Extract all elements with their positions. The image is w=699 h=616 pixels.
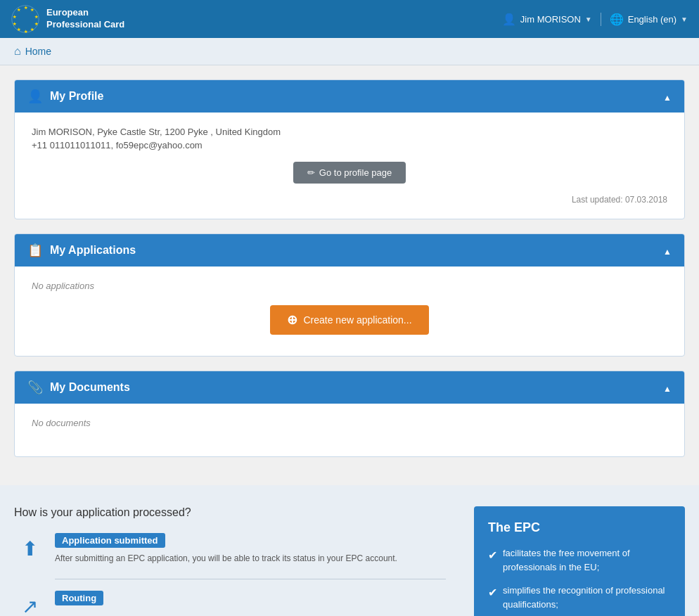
svg-text:★: ★	[24, 6, 28, 10]
process-title: How is your application processed?	[14, 506, 446, 519]
epc-title: The EPC	[488, 520, 671, 535]
eu-stars-icon: ★ ★ ★ ★ ★ ★ ★ ★ ★ ★	[11, 5, 39, 33]
routing-icon: ↗	[14, 591, 45, 616]
documents-card: My Documents No documents	[14, 371, 685, 457]
svg-text:★: ★	[17, 27, 21, 32]
profile-card-title-group: My Profile	[27, 89, 103, 104]
applications-icon	[27, 243, 43, 258]
documents-collapse-button[interactable]	[663, 380, 672, 395]
documents-card-header: My Documents	[15, 371, 684, 404]
plus-icon: ⊕	[287, 312, 297, 328]
epc-list-item: ✔ simplifies the recognition of professi…	[488, 584, 671, 611]
breadcrumb: ⌂ Home	[0, 38, 699, 65]
logo-text: European Professional Card	[46, 7, 124, 31]
step1-label: Application submitted	[55, 533, 165, 548]
footer-process: How is your application processed? ⬆ App…	[14, 506, 460, 616]
step-submitted-content: Application submitted After submitting a…	[55, 533, 397, 565]
create-application-button[interactable]: ⊕ Create new application...	[270, 305, 428, 335]
step-submitted: ⬆ Application submitted After submitting…	[14, 533, 446, 565]
epc-point-1: facilitates the free movement of profess…	[503, 546, 671, 574]
chevron-up-icon	[663, 243, 672, 257]
profile-card-body: Jim MORISON, Pyke Castle Str, 1200 Pyke …	[15, 113, 684, 219]
documents-card-title-group: My Documents	[27, 380, 130, 395]
profile-card: My Profile Jim MORISON, Pyke Castle Str,…	[14, 79, 685, 219]
last-updated: Last updated: 07.03.2018	[32, 195, 667, 205]
svg-text:★: ★	[13, 15, 17, 19]
user-menu[interactable]: Jim MORISON ▼	[502, 13, 601, 26]
profile-address: Jim MORISON, Pyke Castle Str, 1200 Pyke …	[32, 127, 667, 137]
profile-card-title: My Profile	[50, 90, 103, 103]
edit-icon	[307, 167, 315, 178]
epc-point-2: simplifies the recognition of profession…	[503, 584, 671, 611]
last-updated-text: Last updated: 07.03.2018	[572, 195, 667, 205]
footer-section: How is your application processed? ⬆ App…	[0, 485, 699, 616]
check-icon-1: ✔	[488, 547, 497, 574]
chevron-up-icon	[663, 89, 672, 103]
no-documents-text: No documents	[32, 418, 667, 428]
profile-contact: +11 011011011011, fo59epc@yahoo.com	[32, 140, 667, 150]
home-icon: ⌂	[14, 45, 21, 58]
app-header: ★ ★ ★ ★ ★ ★ ★ ★ ★ ★ European Professiona…	[0, 0, 699, 38]
user-icon	[502, 13, 516, 26]
language-menu[interactable]: English (en) ▼	[601, 13, 688, 26]
go-to-profile-button[interactable]: Go to profile page	[293, 162, 406, 184]
logo-line1: European	[46, 7, 89, 18]
upload-icon: ⬆	[14, 533, 45, 564]
epc-info-box: The EPC ✔ facilitates the free movement …	[474, 506, 685, 616]
header-right: Jim MORISON ▼ English (en) ▼	[502, 13, 688, 26]
no-applications-text: No applications	[32, 281, 667, 291]
profile-actions: Go to profile page	[32, 162, 667, 184]
create-application-label: Create new application...	[303, 314, 411, 326]
applications-card-body: No applications ⊕ Create new application…	[15, 267, 684, 356]
lang-dropdown-arrow: ▼	[681, 15, 688, 23]
applications-card-header: My Applications	[15, 234, 684, 267]
profile-collapse-button[interactable]	[663, 89, 672, 104]
svg-text:★: ★	[17, 8, 21, 12]
applications-card: My Applications No applications ⊕ Create…	[14, 233, 685, 357]
svg-text:★: ★	[13, 22, 17, 26]
step-divider	[55, 579, 446, 579]
svg-text:★: ★	[34, 15, 39, 19]
user-dropdown-arrow: ▼	[585, 15, 592, 23]
step2-label: Routing	[55, 591, 103, 605]
applications-card-title: My Applications	[50, 244, 136, 257]
profile-icon	[27, 89, 43, 104]
step-routing: ↗ Routing	[14, 591, 446, 616]
go-to-profile-label: Go to profile page	[319, 167, 392, 178]
documents-icon	[27, 380, 43, 395]
profile-card-header: My Profile	[15, 80, 684, 113]
applications-card-title-group: My Applications	[27, 243, 136, 258]
documents-card-title: My Documents	[50, 381, 130, 394]
logo-line2: Professional Card	[46, 19, 124, 30]
documents-card-body: No documents	[15, 404, 684, 456]
applications-collapse-button[interactable]	[663, 243, 672, 258]
epc-list: ✔ facilitates the free movement of profe…	[488, 546, 671, 611]
home-link[interactable]: Home	[25, 46, 51, 57]
globe-icon	[610, 13, 624, 26]
check-icon-2: ✔	[488, 584, 497, 611]
step-routing-content: Routing	[55, 591, 103, 616]
profile-info: Jim MORISON, Pyke Castle Str, 1200 Pyke …	[32, 127, 667, 150]
main-content: My Profile Jim MORISON, Pyke Castle Str,…	[0, 65, 699, 485]
epc-list-item: ✔ facilitates the free movement of profe…	[488, 546, 671, 574]
language-label: English (en)	[628, 14, 676, 25]
chevron-up-icon-docs	[663, 380, 672, 394]
step1-desc: After submitting an EPC application, you…	[55, 552, 397, 565]
create-app-section: ⊕ Create new application...	[32, 305, 667, 342]
logo: ★ ★ ★ ★ ★ ★ ★ ★ ★ ★ European Professiona…	[11, 5, 124, 33]
user-name: Jim MORISON	[520, 14, 581, 25]
